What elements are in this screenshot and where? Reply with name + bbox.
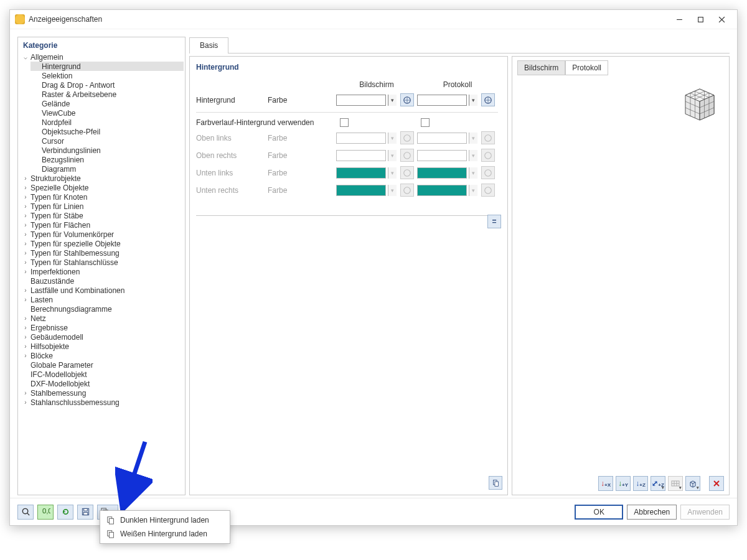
view-cube-button[interactable]: ▾ xyxy=(685,476,700,491)
tree-item[interactable]: ›Blöcke xyxy=(19,351,184,360)
dialog-window: Anzeigeeigenschaften Kategorie ⌵Allgemei… xyxy=(9,9,738,526)
bl-screen-color xyxy=(336,167,386,179)
tree-item[interactable]: ›Netz xyxy=(19,314,184,323)
tree-item[interactable]: ›Typen für Volumenkörper xyxy=(19,230,184,239)
settings-panel: Hintergrund Bildschirm Protokoll Hinterg… xyxy=(189,56,508,495)
row-bl-label: Unten links xyxy=(196,169,268,177)
apply-button: Anwenden xyxy=(680,505,730,520)
view-y-button[interactable]: ↓+Y xyxy=(616,476,631,491)
equalize-button[interactable]: = xyxy=(487,215,501,228)
tree-item[interactable]: ›Typen für Knoten xyxy=(19,192,184,202)
tl-screen-picker-icon xyxy=(400,131,414,144)
tree-item[interactable]: IFC-Modellobjekt xyxy=(19,370,184,379)
preview-panel: Bildschirm Protokoll xyxy=(512,56,730,495)
tree-item[interactable]: Selektion xyxy=(31,71,184,80)
tree-item[interactable]: ›Spezielle Objekte xyxy=(19,183,184,192)
section-title: Hintergrund xyxy=(196,63,501,72)
cancel-button[interactable]: Abbrechen xyxy=(627,505,677,520)
close-button[interactable] xyxy=(711,12,732,26)
tree-item[interactable]: ›Typen für Stahlbemessung xyxy=(19,248,184,258)
ok-button[interactable]: OK xyxy=(575,505,623,520)
tree-item[interactable]: ⌵Allgemein xyxy=(19,52,184,62)
tree-item[interactable]: ›Lastfälle und Kombinationen xyxy=(19,286,184,295)
tr-proto-picker-icon xyxy=(481,149,495,162)
tree-item[interactable]: ›Strukturobjekte xyxy=(19,174,184,183)
save-button[interactable] xyxy=(77,505,93,520)
tree-item[interactable]: ›Stahlanschlussbemessung xyxy=(19,398,184,407)
svg-point-10 xyxy=(404,169,411,176)
document-icon xyxy=(106,530,115,538)
view-z-button[interactable]: ↓+Z xyxy=(633,476,648,491)
viewcube-icon[interactable] xyxy=(679,84,720,121)
bg-screen-dropdown[interactable]: ▾ xyxy=(388,95,397,106)
tree-item[interactable]: ›Typen für Linien xyxy=(19,202,184,211)
refresh-button[interactable] xyxy=(57,505,73,520)
tree-item[interactable]: ›Typen für Stäbe xyxy=(19,211,184,220)
tree-item[interactable]: Nordpfeil xyxy=(31,118,184,127)
gradient-screen-checkbox[interactable] xyxy=(340,118,349,127)
tree-item[interactable]: Raster & Arbeitsebene xyxy=(31,90,184,99)
search-button[interactable] xyxy=(17,505,34,520)
bl-screen-picker-icon xyxy=(400,166,414,179)
gradient-proto-checkbox[interactable] xyxy=(421,118,430,127)
tree-item[interactable]: Berechnungsdiagramme xyxy=(19,304,184,314)
units-button[interactable]: 0,00 xyxy=(37,505,54,520)
minimize-button[interactable] xyxy=(669,12,690,26)
svg-point-8 xyxy=(404,152,411,159)
tree-item[interactable]: ›Ergebnisse xyxy=(19,323,184,332)
tree-item[interactable]: DXF-Modellobjekt xyxy=(19,379,184,388)
tr-screen-color xyxy=(336,150,386,161)
maximize-button[interactable] xyxy=(690,12,711,26)
bl-proto-picker-icon xyxy=(481,166,495,179)
menu-load-white-bg[interactable]: Weißen Hintergrund laden xyxy=(100,527,230,541)
tree-item[interactable]: Diagramm xyxy=(31,164,184,174)
tree-item[interactable]: Globale Parameter xyxy=(19,360,184,370)
tree-item[interactable]: ›Imperfektionen xyxy=(19,267,184,276)
menu-load-dark-bg[interactable]: Dunklen Hintergrund laden xyxy=(100,513,230,527)
tree-item[interactable]: ›Gebäudemodell xyxy=(19,332,184,342)
svg-point-11 xyxy=(485,169,492,176)
tree-item[interactable]: ›Stahlbemessung xyxy=(19,388,184,398)
tree-item[interactable]: Bauzustände xyxy=(19,276,184,286)
tree-item[interactable]: ›Lasten xyxy=(19,295,184,304)
tab-basis[interactable]: Basis xyxy=(189,37,228,54)
row-background-sub: Farbe xyxy=(268,96,336,105)
main-tabstrip: Basis xyxy=(189,37,730,54)
view-grid-button[interactable]: ▾ xyxy=(668,476,683,491)
row-gradient-label: Farbverlauf-Hintergrund verwenden xyxy=(196,118,336,127)
bg-screen-picker-icon[interactable] xyxy=(400,93,414,106)
svg-rect-53 xyxy=(109,532,113,538)
window-title: Anzeigeeigenschaften xyxy=(29,15,102,24)
tree-item[interactable]: Hintergrund xyxy=(31,62,184,71)
svg-rect-1 xyxy=(698,17,703,22)
svg-point-40 xyxy=(22,508,27,513)
preview-tab-protokoll[interactable]: Protokoll xyxy=(565,60,608,75)
view-x-button[interactable]: ↓+X xyxy=(598,476,613,491)
titlebar: Anzeigeeigenschaften xyxy=(10,10,737,29)
tree-item[interactable]: Bezugslinien xyxy=(31,155,184,164)
preview-tab-bildschirm[interactable]: Bildschirm xyxy=(517,60,565,75)
tree-item[interactable]: ›Typen für Flächen xyxy=(19,220,184,230)
tree-item[interactable]: ›Hilfsobjekte xyxy=(19,342,184,351)
tree-item[interactable]: Objektsuche-Pfeil xyxy=(31,127,184,136)
tree-item[interactable]: ViewCube xyxy=(31,108,184,118)
bg-proto-picker-icon[interactable] xyxy=(481,93,495,106)
tree-item[interactable]: ›Typen für spezielle Objekte xyxy=(19,239,184,248)
view-reset-button[interactable] xyxy=(709,476,724,491)
tree-item[interactable]: Cursor xyxy=(31,136,184,146)
tree-item[interactable]: Verbindungslinien xyxy=(31,146,184,155)
svg-rect-45 xyxy=(83,512,88,515)
tree-item[interactable]: ›Typen für Stahlanschlüsse xyxy=(19,258,184,267)
tree-item[interactable]: Gelände xyxy=(31,99,184,108)
view-toolbar: ↓+X ↓+Y ↓+Z ⤢+Z▾ ▾ ▾ xyxy=(598,476,724,491)
app-icon xyxy=(15,14,25,24)
category-sidebar[interactable]: Kategorie ⌵AllgemeinHintergrundSelektion… xyxy=(17,37,186,495)
bg-screen-color[interactable] xyxy=(336,95,386,106)
svg-point-13 xyxy=(485,187,492,194)
tl-proto-color xyxy=(417,133,467,144)
bg-proto-color[interactable] xyxy=(417,95,467,106)
bg-proto-dropdown[interactable]: ▾ xyxy=(469,95,477,106)
tree-item[interactable]: Drag & Drop - Antwort xyxy=(31,80,184,90)
copy-settings-button[interactable] xyxy=(489,476,502,490)
view-iso-button[interactable]: ⤢+Z▾ xyxy=(651,476,665,491)
